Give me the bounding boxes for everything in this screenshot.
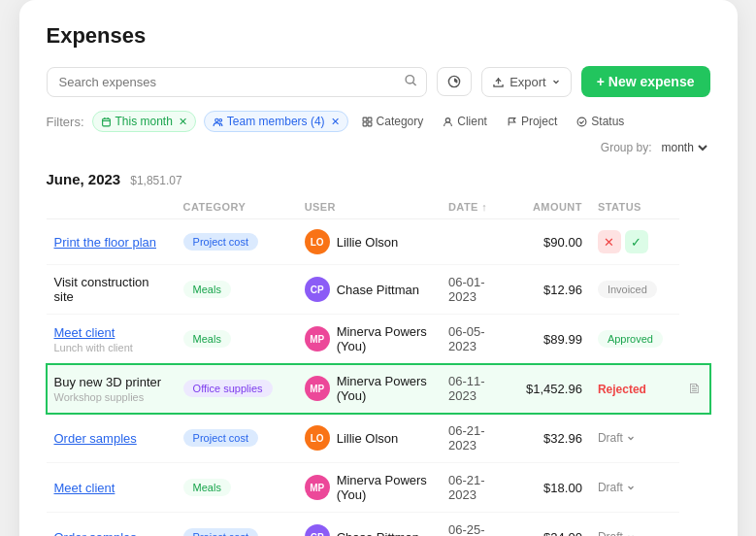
doc-icon-cell: 🗎 [679,364,709,414]
table-row: Visit construction site Meals CP Chase P… [47,265,710,315]
svg-rect-3 [102,118,110,126]
search-icon [404,74,417,87]
avatar: MP [305,475,330,500]
expense-subtext: Lunch with client [54,342,168,353]
person-icon [443,117,453,127]
svg-point-0 [406,76,413,84]
doc-icon-button[interactable]: 🗎 [683,378,706,398]
expense-date-cell: 06-21-2023 [441,414,515,463]
status-badge: Approved [598,330,663,348]
chevron-down-icon [551,77,561,86]
filter-status-label: Status [591,115,624,128]
expense-name-cell: Meet client [47,463,176,513]
status-draft[interactable]: Draft [598,481,673,494]
status-draft[interactable]: Draft [598,530,673,536]
expense-date-cell: 06-01-2023 [441,265,515,315]
expense-subtext: Workshop supplies [54,391,168,403]
expense-user-cell: MP Minerva Powers (You) [297,463,441,513]
page-title: Expenses [47,23,710,49]
filter-chip-team-members[interactable]: Team members (4) ✕ [204,111,348,132]
user-name: Chase Pittman [337,530,419,537]
category-badge: Project cost [183,528,258,536]
group-by-select[interactable]: month week day [658,140,710,155]
reject-button[interactable]: ✕ [598,230,621,253]
search-wrap [47,67,428,97]
expense-name-cell: Buy new 3D printer Workshop supplies [47,364,176,414]
category-badge: Project cost [183,429,258,447]
table-header: CATEGORY USER DATE ↑ AMOUNT STATUS [47,195,710,219]
status-badge: Rejected [598,383,646,396]
export-icon [492,76,505,88]
status-badge: Invoiced [598,281,657,298]
table-row: Buy new 3D printer Workshop supplies Off… [47,364,710,414]
chip-team-members-label: Team members (4) [227,115,325,128]
expense-category-cell: Meals [176,463,297,513]
chip-this-month-close[interactable]: ✕ [179,116,187,128]
avatar: MP [305,376,330,401]
month-title: June, 2023 [47,171,121,187]
filters-row: Filters: This month ✕ Team members (4) ✕… [47,111,710,155]
svg-point-14 [577,117,586,126]
expense-user-cell: MP Minerva Powers (You) [297,315,441,364]
expense-name-cell: Meet client Lunch with client [47,315,176,364]
svg-rect-9 [363,117,367,121]
expense-category-cell: Project cost [176,513,297,537]
analytics-button[interactable] [437,67,472,96]
expense-date-cell [441,219,515,265]
filter-status-button[interactable]: Status [571,112,630,131]
expense-name-text: Visit construction site [54,275,149,304]
expense-name-link[interactable]: Meet client [54,481,115,495]
filter-category-button[interactable]: Category [356,112,430,131]
expense-name-link[interactable]: Meet client [54,325,115,340]
table-row: Meet client Lunch with client Meals MP M… [47,315,710,364]
filter-project-button[interactable]: Project [501,112,563,131]
expenses-table: CATEGORY USER DATE ↑ AMOUNT STATUS Print… [47,195,710,536]
expense-status-cell: Rejected [590,364,680,414]
expense-category-cell: Meals [176,315,297,364]
expense-name-cell: Order samples [47,414,176,463]
filter-chip-this-month[interactable]: This month ✕ [92,111,196,132]
expense-status-cell: Invoiced [590,265,680,315]
expense-amount-cell: $12.96 [515,265,590,315]
category-badge: Project cost [183,233,258,251]
expense-date-cell: 06-11-2023 [441,364,515,414]
new-expense-button[interactable]: + New expense [581,66,710,97]
expense-name-link[interactable]: Order samples [54,431,137,446]
avatar: MP [305,326,330,352]
search-input[interactable] [47,67,428,97]
th-date[interactable]: DATE ↑ [441,195,515,219]
expense-user-cell: LO Lillie Olson [297,414,441,463]
expense-category-cell: Meals [176,265,297,315]
group-by: Group by: month week day [601,140,710,155]
th-user: USER [297,195,441,219]
expense-date-cell: 06-21-2023 [441,463,515,513]
approve-button[interactable]: ✓ [625,230,648,253]
calendar-icon [101,117,112,127]
group-by-label: Group by: [601,141,652,154]
expense-amount-cell: $1,452.96 [515,364,590,414]
expense-date-cell: 06-25-2023 [441,513,515,537]
avatar: CP [305,524,330,536]
svg-point-13 [446,117,450,121]
category-badge: Meals [183,330,231,348]
svg-rect-11 [363,122,367,126]
category-badge: Office supplies [183,380,273,397]
chip-team-members-close[interactable]: ✕ [331,116,340,128]
expense-user-cell: CP Chase Pittman [297,513,441,537]
new-expense-label: + New expense [597,74,695,89]
expense-status-cell: Draft [590,513,680,537]
export-button[interactable]: Export [481,67,572,97]
search-button[interactable] [404,74,417,90]
th-category: CATEGORY [176,195,297,219]
th-amount: AMOUNT [515,195,590,219]
month-header: June, 2023 $1,851.07 [47,171,710,187]
toolbar: Export + New expense [47,66,710,97]
status-draft[interactable]: Draft [598,431,673,445]
filter-category-label: Category [377,115,424,128]
avatar: LO [305,229,330,254]
user-name: Minerva Powers (You) [337,473,433,502]
expense-name-link[interactable]: Print the floor plan [54,235,157,250]
user-name: Chase Pittman [337,283,419,297]
expense-name-link[interactable]: Order samples [54,530,137,537]
filter-client-button[interactable]: Client [437,112,493,131]
